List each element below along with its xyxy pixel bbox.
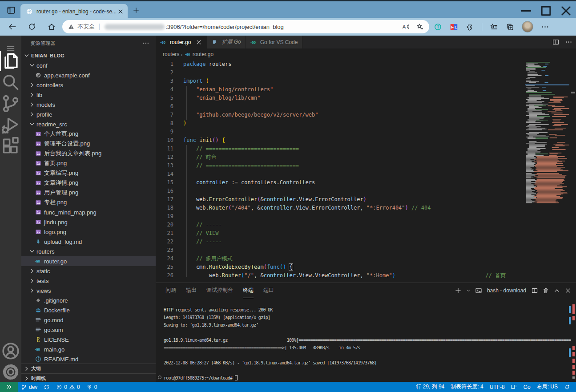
outline-section[interactable]: 大纲	[21, 364, 156, 373]
workspaces-icon[interactable]	[6, 5, 16, 15]
editor-tab-Go for VS Code[interactable]: GOGo for VS Code	[246, 36, 303, 48]
tree-item-文章编写.png[interactable]: 文章编写.png	[21, 168, 156, 178]
terminal-overview-mark	[572, 365, 575, 369]
panel-tab-终端[interactable]: 终端	[243, 283, 254, 298]
browser-tab[interactable]: router.go - enian_blog - code-se...	[20, 4, 128, 19]
add-favorite-icon[interactable]	[416, 23, 424, 31]
extensions-menu-icon[interactable]	[466, 23, 474, 31]
minimap[interactable]	[525, 60, 569, 207]
tree-item-.gitignore[interactable]: .gitignore	[21, 295, 156, 305]
tree-item-go.sum[interactable]: go.sum	[21, 325, 156, 335]
new-tab-button[interactable]	[133, 7, 140, 14]
tree-item-后台我的文章列表.png[interactable]: 后台我的文章列表.png	[21, 149, 156, 158]
split-editor-icon[interactable]	[552, 38, 560, 46]
profile-avatar[interactable]	[522, 21, 533, 32]
breadcrumb-file[interactable]: router.go	[193, 51, 213, 57]
code-editor[interactable]: 1package routers23import (4 "enian_blog/…	[156, 60, 576, 283]
fe-extension-icon[interactable]: FE	[450, 23, 458, 31]
window-close-button[interactable]	[556, 3, 576, 19]
collections-icon[interactable]	[506, 23, 514, 31]
panel-tab-问题[interactable]: 问题	[165, 283, 176, 298]
back-button[interactable]	[8, 22, 17, 31]
tree-item-jindu.png[interactable]: jindu.png	[21, 217, 156, 227]
editor-tab-router.go[interactable]: GOrouter.go	[156, 36, 207, 48]
cursor-position-status[interactable]: 行 29, 列 94	[413, 382, 447, 392]
tab-close-icon[interactable]	[117, 8, 124, 15]
layout-status[interactable]: 布局: US	[534, 382, 561, 392]
activity-item-search[interactable]	[0, 72, 21, 93]
tree-item-LICENSE[interactable]: LICENSE	[21, 335, 156, 344]
new-terminal-icon[interactable]	[455, 287, 462, 294]
refresh-button[interactable]	[28, 22, 36, 31]
read-aloud-icon[interactable]: A	[402, 23, 410, 31]
tree-item-go.mod[interactable]: go.mod	[21, 315, 156, 325]
terminal-shell-label[interactable]: bash - download	[487, 287, 526, 294]
tree-item-static[interactable]: static	[21, 266, 156, 276]
tree-item-profile[interactable]: profile	[21, 109, 156, 119]
notifications-status[interactable]	[561, 382, 573, 392]
encoding-status[interactable]: UTF-8	[487, 382, 508, 392]
browser-more-icon[interactable]	[541, 23, 549, 31]
tree-item-文章详情.png[interactable]: 文章详情.png	[21, 178, 156, 188]
problems-status[interactable]: 0 0	[53, 382, 83, 392]
tampermonkey-extension-icon[interactable]: T	[434, 23, 442, 31]
tree-item-routers[interactable]: routers	[21, 247, 156, 256]
tree-item-app.example.conf[interactable]: app.example.conf	[21, 70, 156, 80]
tree-item-upload_log.md[interactable]: upload_log.md	[21, 237, 156, 247]
language-status[interactable]: Go	[520, 382, 534, 392]
favorites-bar-icon[interactable]	[490, 23, 498, 31]
tree-item-logo.png[interactable]: logo.png	[21, 227, 156, 237]
ports-status[interactable]: 0	[83, 382, 101, 392]
timeline-section[interactable]: 时间线	[21, 373, 156, 382]
tree-item-conf[interactable]: conf	[21, 61, 156, 70]
tree-item-readme_src[interactable]: readme_src	[21, 119, 156, 129]
tree-item-ENIAN_BLOG[interactable]: ENIAN_BLOG	[21, 51, 156, 61]
activity-item-extensions[interactable]	[0, 136, 21, 157]
activity-item-settings[interactable]	[0, 362, 21, 382]
close-panel-icon[interactable]	[564, 287, 572, 294]
maximize-panel-icon[interactable]	[553, 287, 560, 294]
address-bar[interactable]: 不安全 | :3906/?folder=/home/coder/project/…	[62, 20, 429, 33]
window-maximize-button[interactable]	[536, 3, 556, 19]
indent-status[interactable]: 制表符长度: 4	[447, 382, 486, 392]
terminal-output[interactable]: HTTP request sent, awaiting response... …	[164, 306, 573, 382]
tree-item-controllers[interactable]: controllers	[21, 80, 156, 90]
tree-item-models[interactable]: models	[21, 100, 156, 109]
editor-more-icon[interactable]	[565, 38, 572, 46]
breadcrumb[interactable]: routers › GO router.go	[156, 48, 576, 60]
tree-item-router.go[interactable]: GOrouter.go	[21, 256, 156, 266]
home-button[interactable]	[47, 22, 56, 31]
activity-item-accounts[interactable]	[0, 341, 21, 361]
panel-tab-端口[interactable]: 端口	[263, 283, 274, 298]
editor-tab-扩展 Go[interactable]: 扩展 Go	[207, 36, 246, 48]
activity-item-source-control[interactable]	[0, 93, 21, 114]
kill-terminal-icon[interactable]	[542, 287, 549, 294]
eol-status[interactable]: LF	[508, 382, 520, 392]
explorer-actions-icon[interactable]	[142, 40, 149, 47]
tree-item-管理平台设置.png[interactable]: 管理平台设置.png	[21, 139, 156, 149]
remote-indicator[interactable]	[0, 382, 18, 392]
tree-item-README.md[interactable]: README.md	[21, 354, 156, 364]
tree-item-tests[interactable]: tests	[21, 276, 156, 286]
close-tab-icon[interactable]	[195, 39, 202, 46]
tree-item-lib[interactable]: lib	[21, 90, 156, 100]
sync-status[interactable]	[40, 382, 53, 392]
terminal-dropdown-icon[interactable]	[466, 287, 471, 294]
tree-item-首页.png[interactable]: 首页.png	[21, 158, 156, 168]
panel-tab-调试控制台[interactable]: 调试控制台	[206, 283, 233, 298]
panel-tab-输出[interactable]: 输出	[186, 283, 197, 298]
tree-item-个人首页.png[interactable]: 个人首页.png	[21, 129, 156, 139]
window-minimize-button[interactable]	[516, 3, 536, 19]
tree-item-用户管理.png[interactable]: 用户管理.png	[21, 188, 156, 198]
branch-status[interactable]: dev	[18, 382, 40, 392]
activity-item-run-debug[interactable]	[0, 115, 21, 135]
tree-item-views[interactable]: views	[21, 286, 156, 295]
tree-item-func_mind_map.png[interactable]: func_mind_map.png	[21, 207, 156, 217]
tree-item-main.go[interactable]: GOmain.go	[21, 344, 156, 354]
activity-item-explorer[interactable]	[0, 51, 21, 71]
breadcrumb-folder[interactable]: routers	[163, 51, 179, 57]
tree-item-专栏.png[interactable]: 专栏.png	[21, 198, 156, 207]
command-decoration[interactable]	[158, 376, 161, 379]
tree-item-Dockerfile[interactable]: Dockerfile	[21, 305, 156, 315]
split-terminal-icon[interactable]	[531, 287, 538, 294]
